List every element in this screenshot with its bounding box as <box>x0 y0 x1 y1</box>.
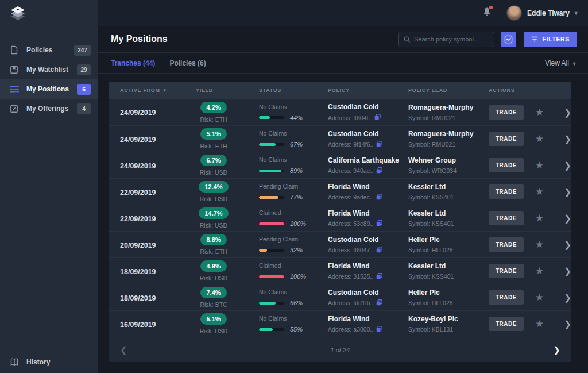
table-row: 18/09/20194.9%Risk: USDClaimed100%Florid… <box>109 257 571 284</box>
row-detail-chevron-icon[interactable]: ❯ <box>564 267 571 275</box>
notifications-button[interactable] <box>482 7 492 19</box>
star-icon[interactable]: ★ <box>535 319 544 329</box>
avatar[interactable] <box>506 5 522 21</box>
row-detail-chevron-icon[interactable]: ❯ <box>564 108 571 117</box>
policy-lead-name: Kessler Ltd <box>408 183 489 191</box>
policy-name: Custodian Cold <box>328 289 408 297</box>
row-detail-chevron-icon[interactable]: ❯ <box>564 293 571 302</box>
actions-divider <box>554 264 554 279</box>
policy-name: Custodian Cold <box>328 236 408 244</box>
copy-icon[interactable] <box>376 220 382 228</box>
progress-fill <box>259 116 270 119</box>
cell-status: No Claims44% <box>259 103 328 121</box>
active-from-value: 18/09/2019 <box>120 294 156 302</box>
sidebar-item-history[interactable]: History <box>0 351 98 373</box>
user-menu-caret-icon[interactable]: ▼ <box>574 10 579 16</box>
tab-policies[interactable]: Policies (6) <box>169 59 206 67</box>
row-detail-chevron-icon[interactable]: ❯ <box>564 214 571 222</box>
progress-group: 32% <box>259 247 328 253</box>
row-detail-chevron-icon[interactable]: ❯ <box>564 161 571 170</box>
copy-icon[interactable] <box>374 114 381 121</box>
table-header-row: ACTIVE FROM▼ YIELD STATUS POLICY POLICY … <box>109 82 571 99</box>
active-from-value: 24/09/2019 <box>120 136 156 144</box>
cell-yield: 5.1%Risk: ETH <box>196 128 259 149</box>
trade-button[interactable]: TRADE <box>489 237 524 252</box>
column-active-from[interactable]: ACTIVE FROM▼ <box>120 87 196 93</box>
row-detail-chevron-icon[interactable]: ❯ <box>564 320 571 328</box>
chart-view-button[interactable] <box>501 32 516 47</box>
cell-active-from: 22/09/2019 <box>120 213 196 224</box>
bookmark-icon <box>10 65 19 74</box>
row-detail-chevron-icon[interactable]: ❯ <box>564 134 571 143</box>
progress-track <box>259 249 284 252</box>
yield-badge: 4.2% <box>200 102 226 113</box>
copy-icon[interactable] <box>376 273 382 280</box>
prev-page-button[interactable]: ❮ <box>120 345 127 354</box>
copy-icon[interactable] <box>376 247 382 254</box>
copy-icon[interactable] <box>376 194 382 201</box>
cell-actions: TRADE★❯ <box>489 158 571 173</box>
cell-status: Pending Claim32% <box>259 236 328 253</box>
star-icon[interactable]: ★ <box>535 266 544 276</box>
trade-button[interactable]: TRADE <box>489 317 524 331</box>
sidebar-item-my-positions[interactable]: My Positions6 <box>0 79 98 99</box>
copy-icon[interactable] <box>376 326 382 333</box>
policy-name: Florida Wind <box>328 315 408 323</box>
address-text: Address: 940ae.. <box>328 167 373 174</box>
copy-icon[interactable] <box>376 141 382 148</box>
star-icon[interactable]: ★ <box>535 293 544 302</box>
trade-button[interactable]: TRADE <box>489 290 524 305</box>
trade-button[interactable]: TRADE <box>489 184 524 199</box>
address-text: Address: ff8047.. <box>328 247 373 253</box>
status-label: No Claims <box>259 289 328 295</box>
filters-button[interactable]: FILTERS <box>524 32 577 47</box>
trade-button[interactable]: TRADE <box>489 105 524 120</box>
policy-symbol: Symbol: WRG034 <box>408 167 489 174</box>
policy-address: Address: 9adec.. <box>328 194 408 201</box>
tab-tranches[interactable]: Tranches (44) <box>111 59 155 67</box>
view-all-dropdown[interactable]: View All▼ <box>545 59 577 67</box>
sidebar-item-policies[interactable]: Policies247 <box>0 40 98 60</box>
cell-yield: 5.1%Risk: USD <box>196 313 259 334</box>
risk-label: Risk: ETH <box>200 248 227 255</box>
trade-button[interactable]: TRADE <box>489 211 524 225</box>
policy-name: Florida Wind <box>328 183 408 191</box>
yield-badge: 8.8% <box>200 234 226 245</box>
policy-name: Florida Wind <box>328 262 408 270</box>
star-icon[interactable]: ★ <box>535 240 544 249</box>
sidebar-item-my-offerings[interactable]: My Offerings4 <box>0 99 98 118</box>
star-icon[interactable]: ★ <box>535 134 544 144</box>
logo[interactable] <box>0 0 98 32</box>
progress-track <box>259 302 284 305</box>
star-icon[interactable]: ★ <box>535 187 544 197</box>
star-icon[interactable]: ★ <box>535 160 544 170</box>
copy-icon[interactable] <box>376 299 382 307</box>
table-row: 20/09/20198.8%Risk: ETHPending Claim32%C… <box>109 231 571 257</box>
progress-track <box>259 143 284 146</box>
policy-symbol: Symbol: KSS401 <box>408 194 489 201</box>
page-indicator: 1 of 24 <box>331 347 350 353</box>
cell-policy-lead: Heller PlcSymbol: HLL028 <box>408 289 489 306</box>
trade-button[interactable]: TRADE <box>489 264 524 278</box>
progress-track <box>259 170 284 172</box>
trade-button[interactable]: TRADE <box>489 132 524 146</box>
search-input[interactable] <box>414 36 489 43</box>
copy-icon[interactable] <box>376 167 382 175</box>
actions-divider <box>554 290 554 305</box>
user-name[interactable]: Eddie Tiwary <box>527 9 570 17</box>
cell-actions: TRADE★❯ <box>489 317 571 332</box>
next-page-button[interactable]: ❯ <box>553 345 560 354</box>
sidebar-item-my-watchlist[interactable]: My Watchlist29 <box>0 60 98 79</box>
star-icon[interactable]: ★ <box>535 107 544 117</box>
policy-name: Florida Wind <box>328 209 408 217</box>
star-icon[interactable]: ★ <box>535 213 544 223</box>
row-detail-chevron-icon[interactable]: ❯ <box>564 240 571 249</box>
cell-active-from: 24/09/2019 <box>120 160 196 171</box>
trade-button[interactable]: TRADE <box>489 158 524 172</box>
table-row: 22/09/201914.7%Risk: USDClaimed100%Flori… <box>109 205 571 231</box>
table-body: 24/09/20194.2%Risk: ETHNo Claims44%Custo… <box>109 99 571 337</box>
actions-divider <box>554 237 554 252</box>
cell-actions: TRADE★❯ <box>489 211 571 226</box>
column-status: STATUS <box>259 87 328 93</box>
row-detail-chevron-icon[interactable]: ❯ <box>564 187 571 196</box>
